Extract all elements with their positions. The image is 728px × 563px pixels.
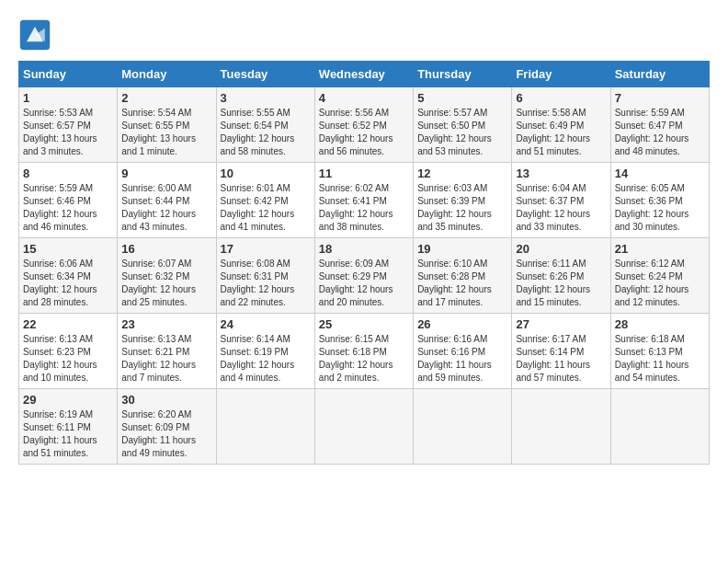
sunset-label: Sunset: 6:47 PM — [615, 121, 683, 131]
sunrise-label: Sunrise: 6:20 AM — [121, 409, 191, 419]
calendar-header-row: SundayMondayTuesdayWednesdayThursdayFrid… — [19, 62, 710, 87]
day-number: 15 — [23, 242, 113, 256]
sunset-label: Sunset: 6:57 PM — [23, 121, 91, 131]
cell-content: Sunrise: 5:59 AM Sunset: 6:46 PM Dayligh… — [23, 182, 113, 234]
sunset-label: Sunset: 6:31 PM — [221, 271, 289, 282]
calendar-cell: 28 Sunrise: 6:18 AM Sunset: 6:13 PM Dayl… — [610, 314, 709, 389]
day-number: 26 — [417, 317, 507, 331]
sunset-label: Sunset: 6:28 PM — [417, 271, 485, 282]
cell-content: Sunrise: 6:07 AM Sunset: 6:32 PM Dayligh… — [121, 258, 211, 309]
calendar-week-row: 15 Sunrise: 6:06 AM Sunset: 6:34 PM Dayl… — [19, 238, 710, 314]
sunrise-label: Sunrise: 6:12 AM — [615, 259, 685, 269]
sunset-label: Sunset: 6:19 PM — [221, 347, 289, 357]
cell-content: Sunrise: 6:12 AM Sunset: 6:24 PM Dayligh… — [615, 258, 705, 309]
calendar-cell: 26 Sunrise: 6:16 AM Sunset: 6:16 PM Dayl… — [414, 314, 512, 389]
daylight-label: Daylight: 12 hours and 28 minutes. — [23, 284, 97, 307]
day-number: 3 — [221, 91, 311, 105]
daylight-label: Daylight: 11 hours and 57 minutes. — [516, 360, 590, 383]
calendar-cell: 5 Sunrise: 5:57 AM Sunset: 6:50 PM Dayli… — [414, 87, 512, 163]
sunrise-label: Sunrise: 5:59 AM — [615, 108, 685, 118]
sunrise-label: Sunrise: 6:06 AM — [23, 259, 93, 269]
daylight-label: Daylight: 12 hours and 53 minutes. — [417, 133, 492, 156]
sunset-label: Sunset: 6:34 PM — [23, 271, 91, 282]
cell-content: Sunrise: 6:16 AM Sunset: 6:16 PM Dayligh… — [417, 333, 507, 385]
calendar-cell: 12 Sunrise: 6:03 AM Sunset: 6:39 PM Dayl… — [414, 163, 512, 238]
calendar-cell: 22 Sunrise: 6:13 AM Sunset: 6:23 PM Dayl… — [19, 314, 118, 389]
cell-content: Sunrise: 6:15 AM Sunset: 6:18 PM Dayligh… — [319, 333, 409, 385]
cell-content: Sunrise: 5:56 AM Sunset: 6:52 PM Dayligh… — [319, 107, 409, 158]
day-number: 19 — [417, 242, 507, 256]
cell-content: Sunrise: 6:20 AM Sunset: 6:09 PM Dayligh… — [121, 408, 211, 460]
calendar-cell: 9 Sunrise: 6:00 AM Sunset: 6:44 PM Dayli… — [118, 163, 216, 238]
daylight-label: Daylight: 11 hours and 54 minutes. — [615, 360, 689, 383]
sunset-label: Sunset: 6:55 PM — [121, 121, 189, 131]
day-number: 21 — [615, 242, 705, 256]
cell-content: Sunrise: 6:08 AM Sunset: 6:31 PM Dayligh… — [221, 258, 311, 309]
sunset-label: Sunset: 6:37 PM — [516, 196, 584, 206]
cell-content: Sunrise: 6:19 AM Sunset: 6:11 PM Dayligh… — [23, 408, 113, 460]
calendar-week-row: 1 Sunrise: 5:53 AM Sunset: 6:57 PM Dayli… — [19, 87, 710, 163]
sunset-label: Sunset: 6:16 PM — [417, 347, 485, 357]
calendar-cell — [414, 389, 512, 465]
sunset-label: Sunset: 6:36 PM — [615, 196, 683, 206]
day-number: 12 — [417, 167, 507, 180]
daylight-label: Daylight: 12 hours and 56 minutes. — [319, 133, 393, 156]
cell-content: Sunrise: 6:17 AM Sunset: 6:14 PM Dayligh… — [516, 333, 606, 385]
sunset-label: Sunset: 6:23 PM — [23, 347, 91, 357]
calendar-table: SundayMondayTuesdayWednesdayThursdayFrid… — [18, 61, 710, 465]
daylight-label: Daylight: 12 hours and 58 minutes. — [221, 133, 295, 156]
sunrise-label: Sunrise: 6:13 AM — [23, 334, 93, 344]
sunset-label: Sunset: 6:09 PM — [121, 422, 189, 432]
sunset-label: Sunset: 6:42 PM — [221, 196, 289, 206]
sunrise-label: Sunrise: 6:07 AM — [121, 259, 191, 269]
calendar-cell: 3 Sunrise: 5:55 AM Sunset: 6:54 PM Dayli… — [216, 87, 314, 163]
day-number: 28 — [615, 317, 705, 331]
daylight-label: Daylight: 12 hours and 17 minutes. — [417, 284, 492, 307]
daylight-label: Daylight: 13 hours and 1 minute. — [121, 133, 196, 156]
calendar-week-row: 22 Sunrise: 6:13 AM Sunset: 6:23 PM Dayl… — [19, 314, 710, 389]
sunset-label: Sunset: 6:44 PM — [121, 196, 189, 206]
sunset-label: Sunset: 6:39 PM — [417, 196, 485, 206]
calendar-cell: 14 Sunrise: 6:05 AM Sunset: 6:36 PM Dayl… — [610, 163, 709, 238]
cell-content: Sunrise: 5:57 AM Sunset: 6:50 PM Dayligh… — [417, 107, 507, 158]
day-number: 18 — [319, 242, 409, 256]
day-number: 25 — [319, 317, 409, 331]
calendar-cell — [512, 389, 610, 465]
daylight-label: Daylight: 12 hours and 10 minutes. — [23, 360, 97, 383]
calendar-cell: 18 Sunrise: 6:09 AM Sunset: 6:29 PM Dayl… — [314, 238, 413, 314]
cell-content: Sunrise: 6:02 AM Sunset: 6:41 PM Dayligh… — [319, 182, 409, 234]
daylight-label: Daylight: 12 hours and 51 minutes. — [516, 133, 590, 156]
day-number: 9 — [121, 167, 211, 180]
sunrise-label: Sunrise: 5:55 AM — [221, 108, 290, 118]
sunset-label: Sunset: 6:13 PM — [615, 347, 683, 357]
sunrise-label: Sunrise: 5:53 AM — [23, 108, 93, 118]
calendar-cell: 11 Sunrise: 6:02 AM Sunset: 6:41 PM Dayl… — [314, 163, 413, 238]
sunrise-label: Sunrise: 6:14 AM — [221, 334, 290, 344]
daylight-label: Daylight: 12 hours and 12 minutes. — [615, 284, 689, 307]
day-number: 27 — [516, 317, 606, 331]
sunset-label: Sunset: 6:14 PM — [516, 347, 584, 357]
sunrise-label: Sunrise: 5:54 AM — [121, 108, 191, 118]
cell-content: Sunrise: 5:54 AM Sunset: 6:55 PM Dayligh… — [121, 107, 211, 158]
calendar-cell — [314, 389, 413, 465]
calendar-week-row: 29 Sunrise: 6:19 AM Sunset: 6:11 PM Dayl… — [19, 389, 710, 465]
sunrise-label: Sunrise: 6:11 AM — [516, 259, 586, 269]
sunrise-label: Sunrise: 6:09 AM — [319, 259, 389, 269]
sunrise-label: Sunrise: 5:58 AM — [516, 108, 586, 118]
logo — [18, 18, 55, 52]
calendar-cell: 2 Sunrise: 5:54 AM Sunset: 6:55 PM Dayli… — [118, 87, 216, 163]
cell-content: Sunrise: 5:58 AM Sunset: 6:49 PM Dayligh… — [516, 107, 606, 158]
cell-content: Sunrise: 5:53 AM Sunset: 6:57 PM Dayligh… — [23, 107, 113, 158]
cell-content: Sunrise: 6:03 AM Sunset: 6:39 PM Dayligh… — [417, 182, 507, 234]
calendar-cell: 4 Sunrise: 5:56 AM Sunset: 6:52 PM Dayli… — [314, 87, 413, 163]
day-number: 7 — [615, 91, 705, 105]
sunrise-label: Sunrise: 5:59 AM — [23, 183, 93, 193]
daylight-label: Daylight: 12 hours and 25 minutes. — [121, 284, 196, 307]
calendar-day-header: Tuesday — [216, 62, 314, 87]
calendar-cell — [216, 389, 314, 465]
calendar-cell: 6 Sunrise: 5:58 AM Sunset: 6:49 PM Dayli… — [512, 87, 610, 163]
calendar-cell: 15 Sunrise: 6:06 AM Sunset: 6:34 PM Dayl… — [19, 238, 118, 314]
day-number: 20 — [516, 242, 606, 256]
page-header — [18, 18, 710, 52]
sunrise-label: Sunrise: 6:01 AM — [221, 183, 290, 193]
